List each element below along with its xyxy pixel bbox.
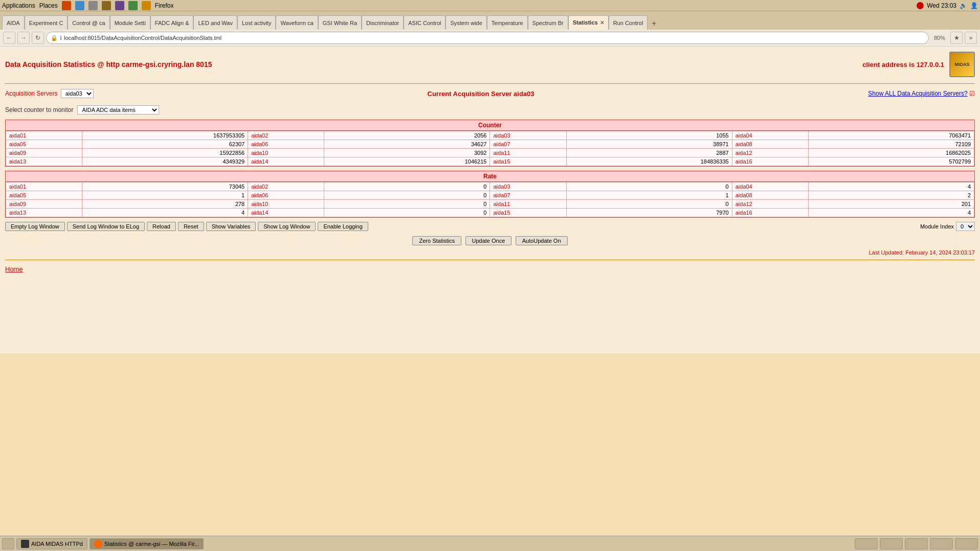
c0-v3: 1055 bbox=[566, 131, 732, 140]
server-select[interactable]: aida03 bbox=[61, 89, 94, 98]
r1-n1: aida05 bbox=[6, 191, 82, 200]
tab-control[interactable]: Control @ ca bbox=[68, 15, 109, 30]
action-buttons-row: Empty Log Window Send Log Window to ELog… bbox=[5, 222, 975, 231]
c1-v2: 34627 bbox=[324, 140, 490, 149]
c2-n2: aida10 bbox=[248, 149, 324, 157]
counter-monitor-row: Select counter to monitor AIDA ADC data … bbox=[5, 105, 975, 114]
r3-v4: 4 bbox=[808, 209, 974, 217]
c3-n1: aida13 bbox=[6, 157, 82, 166]
tab-experiment[interactable]: Experiment C bbox=[25, 15, 68, 30]
r0-v4: 4 bbox=[808, 182, 974, 191]
tab-waveform[interactable]: Waveform ca bbox=[276, 15, 318, 30]
address-bar[interactable]: 🔒 ℹ localhost:8015/DataAcquisitionContro… bbox=[46, 32, 929, 44]
rate-row-3: aida13 4 aida14 0 aida15 7970 aida16 4 bbox=[6, 209, 974, 217]
applications-menu[interactable]: Applications bbox=[2, 2, 35, 9]
counter-row-2: aida09 15922856 aida10 3092 aida11 2887 … bbox=[6, 149, 974, 157]
browser-tab-bar: AIDA Experiment C Control @ ca Module Se… bbox=[0, 11, 980, 30]
r0-v1: 73045 bbox=[82, 182, 248, 191]
r2-v3: 0 bbox=[566, 200, 732, 209]
tab-discriminator[interactable]: Discriminator bbox=[362, 15, 404, 30]
c3-v1: 4349329 bbox=[82, 157, 248, 166]
c2-v1: 15922856 bbox=[82, 149, 248, 157]
c1-v3: 38971 bbox=[566, 140, 732, 149]
home-link[interactable]: Home bbox=[5, 265, 975, 273]
reset-button[interactable]: Reset bbox=[178, 222, 204, 231]
c3-n2: aida14 bbox=[248, 157, 324, 166]
tab-temperature[interactable]: Temperature bbox=[487, 15, 528, 30]
bookmark-button[interactable]: ★ bbox=[950, 32, 963, 44]
show-all-link[interactable]: Show ALL Data Acquisition Servers? bbox=[868, 90, 967, 97]
r3-n2: aida14 bbox=[248, 209, 324, 217]
counter-select[interactable]: AIDA ADC data items bbox=[77, 105, 159, 114]
r3-v3: 7970 bbox=[566, 209, 732, 217]
forward-button[interactable]: → bbox=[17, 32, 30, 44]
new-tab-button[interactable]: + bbox=[648, 17, 660, 30]
r1-v3: 1 bbox=[566, 191, 732, 200]
module-index-label: Module Index bbox=[920, 223, 954, 229]
c0-n3: aida03 bbox=[490, 131, 566, 140]
reload-button[interactable]: Reload bbox=[147, 222, 176, 231]
more-button[interactable]: » bbox=[965, 32, 977, 44]
tab-module[interactable]: Module Setti bbox=[110, 15, 150, 30]
rate-row-0: aida01 73045 aida02 0 aida03 0 aida04 4 bbox=[6, 182, 974, 191]
c2-v2: 3092 bbox=[324, 149, 490, 157]
taskbar-icon-2[interactable] bbox=[75, 1, 84, 10]
r0-n3: aida03 bbox=[490, 182, 566, 191]
tab-close-statistics[interactable]: ✕ bbox=[600, 20, 604, 26]
r3-n3: aida15 bbox=[490, 209, 566, 217]
r0-v3: 0 bbox=[566, 182, 732, 191]
c1-n2: aida06 bbox=[248, 140, 324, 149]
tab-lost[interactable]: Lost activity bbox=[237, 15, 276, 30]
tab-aida[interactable]: AIDA bbox=[2, 15, 25, 30]
taskbar-icon-5[interactable] bbox=[115, 1, 124, 10]
places-menu[interactable]: Places bbox=[39, 2, 58, 9]
c3-n3: aida15 bbox=[490, 157, 566, 166]
tab-fadc[interactable]: FADC Align & bbox=[150, 15, 194, 30]
tab-statistics[interactable]: Statistics ✕ bbox=[568, 15, 609, 30]
update-once-button[interactable]: Update Once bbox=[465, 236, 512, 245]
tab-led[interactable]: LED and Wav bbox=[193, 15, 237, 30]
auto-update-button[interactable]: AutoUpdate On bbox=[516, 236, 568, 245]
tab-gsi[interactable]: GSI White Ra bbox=[318, 15, 362, 30]
c3-v2: 1046215 bbox=[324, 157, 490, 166]
tab-runcontrol[interactable]: Run Control bbox=[609, 15, 648, 30]
user-icon[interactable]: 👤 bbox=[970, 2, 978, 9]
r1-v4: 2 bbox=[808, 191, 974, 200]
c1-n3: aida07 bbox=[490, 140, 566, 149]
r1-v2: 0 bbox=[324, 191, 490, 200]
show-variables-button[interactable]: Show Variables bbox=[206, 222, 256, 231]
send-log-button[interactable]: Send Log Window to ELog bbox=[67, 222, 145, 231]
client-address: client address is 127.0.0.1 bbox=[862, 61, 944, 68]
page-title: Data Acquisition Statistics @ http carme… bbox=[5, 60, 212, 68]
r3-v2: 0 bbox=[324, 209, 490, 217]
tab-system[interactable]: System wide bbox=[446, 15, 486, 30]
back-button[interactable]: ← bbox=[3, 32, 15, 44]
rate-row-2: aida09 278 aida10 0 aida11 0 aida12 201 bbox=[6, 200, 974, 209]
taskbar-icon-1[interactable] bbox=[62, 1, 71, 10]
acquisition-servers-label: Acquisition Servers bbox=[5, 90, 58, 97]
r2-v1: 278 bbox=[82, 200, 248, 209]
divider-1 bbox=[5, 83, 975, 84]
center-buttons-group: Zero Statistics Update Once AutoUpdate O… bbox=[5, 236, 975, 245]
sound-icon[interactable]: 🔊 bbox=[960, 2, 967, 9]
zero-statistics-button[interactable]: Zero Statistics bbox=[412, 236, 461, 245]
r2-v2: 0 bbox=[324, 200, 490, 209]
tab-asic[interactable]: ASIC Control bbox=[404, 15, 446, 30]
taskbar-icon-6[interactable] bbox=[128, 1, 138, 10]
taskbar-icon-4[interactable] bbox=[102, 1, 111, 10]
r3-v1: 4 bbox=[82, 209, 248, 217]
os-taskbar-top: Applications Places Firefox Wed 23:03 🔊 … bbox=[0, 0, 980, 11]
c2-n4: aida12 bbox=[732, 149, 808, 157]
clock: Wed 23:03 bbox=[927, 2, 956, 9]
enable-logging-button[interactable]: Enable Logging bbox=[318, 222, 368, 231]
show-log-button[interactable]: Show Log Window bbox=[258, 222, 316, 231]
reload-nav-button[interactable]: ↻ bbox=[32, 32, 44, 44]
taskbar-icon-7[interactable] bbox=[142, 1, 151, 10]
taskbar-icon-3[interactable] bbox=[88, 1, 98, 10]
r0-n1: aida01 bbox=[6, 182, 82, 191]
module-index-select[interactable]: 0 bbox=[956, 222, 975, 231]
tab-spectrum[interactable]: Spectrum Br bbox=[528, 15, 568, 30]
rate-row-1: aida05 1 aida06 0 aida07 1 aida08 2 bbox=[6, 191, 974, 200]
lock-icon: 🔒 bbox=[51, 35, 58, 41]
empty-log-button[interactable]: Empty Log Window bbox=[5, 222, 65, 231]
